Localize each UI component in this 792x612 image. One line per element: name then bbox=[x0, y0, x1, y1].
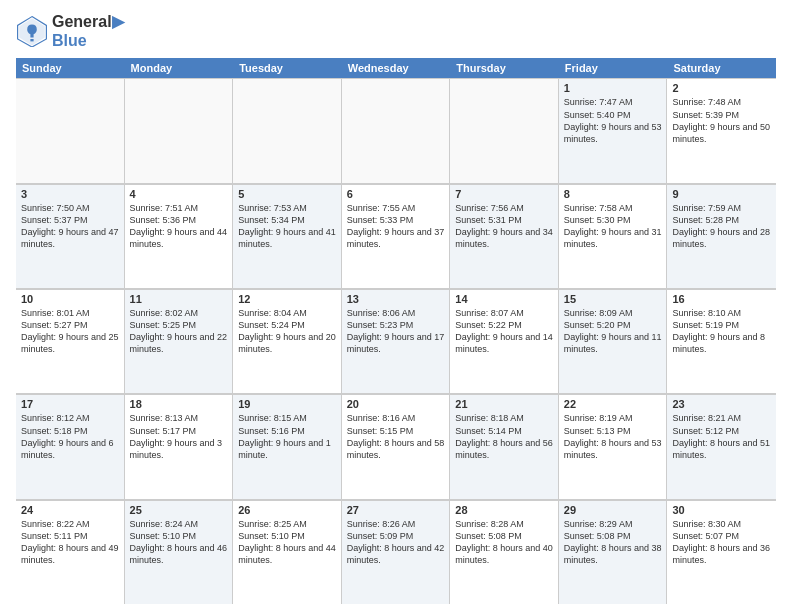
logo-icon bbox=[16, 15, 48, 47]
day-number: 4 bbox=[130, 188, 228, 200]
weekday-header: Saturday bbox=[667, 58, 776, 78]
calendar-cell: 15Sunrise: 8:09 AM Sunset: 5:20 PM Dayli… bbox=[559, 289, 668, 393]
weekday-header: Friday bbox=[559, 58, 668, 78]
calendar-cell: 14Sunrise: 8:07 AM Sunset: 5:22 PM Dayli… bbox=[450, 289, 559, 393]
header: General▶ Blue bbox=[16, 12, 776, 50]
calendar-cell: 24Sunrise: 8:22 AM Sunset: 5:11 PM Dayli… bbox=[16, 500, 125, 604]
day-info: Sunrise: 7:58 AM Sunset: 5:30 PM Dayligh… bbox=[564, 202, 662, 251]
day-number: 9 bbox=[672, 188, 771, 200]
calendar-week: 10Sunrise: 8:01 AM Sunset: 5:27 PM Dayli… bbox=[16, 289, 776, 394]
day-info: Sunrise: 8:22 AM Sunset: 5:11 PM Dayligh… bbox=[21, 518, 119, 567]
day-info: Sunrise: 8:19 AM Sunset: 5:13 PM Dayligh… bbox=[564, 412, 662, 461]
day-info: Sunrise: 7:50 AM Sunset: 5:37 PM Dayligh… bbox=[21, 202, 119, 251]
weekday-header: Monday bbox=[125, 58, 234, 78]
day-number: 3 bbox=[21, 188, 119, 200]
day-info: Sunrise: 7:59 AM Sunset: 5:28 PM Dayligh… bbox=[672, 202, 771, 251]
day-number: 7 bbox=[455, 188, 553, 200]
calendar-cell: 22Sunrise: 8:19 AM Sunset: 5:13 PM Dayli… bbox=[559, 394, 668, 498]
calendar-body: 1Sunrise: 7:47 AM Sunset: 5:40 PM Daylig… bbox=[16, 78, 776, 604]
day-number: 23 bbox=[672, 398, 771, 410]
day-info: Sunrise: 7:47 AM Sunset: 5:40 PM Dayligh… bbox=[564, 96, 662, 145]
day-info: Sunrise: 8:13 AM Sunset: 5:17 PM Dayligh… bbox=[130, 412, 228, 461]
calendar-cell bbox=[233, 78, 342, 182]
day-info: Sunrise: 8:04 AM Sunset: 5:24 PM Dayligh… bbox=[238, 307, 336, 356]
logo: General▶ Blue bbox=[16, 12, 124, 50]
calendar-cell: 2Sunrise: 7:48 AM Sunset: 5:39 PM Daylig… bbox=[667, 78, 776, 182]
calendar-cell: 30Sunrise: 8:30 AM Sunset: 5:07 PM Dayli… bbox=[667, 500, 776, 604]
day-number: 21 bbox=[455, 398, 553, 410]
calendar-header: SundayMondayTuesdayWednesdayThursdayFrid… bbox=[16, 58, 776, 78]
calendar-cell: 1Sunrise: 7:47 AM Sunset: 5:40 PM Daylig… bbox=[559, 78, 668, 182]
day-number: 20 bbox=[347, 398, 445, 410]
calendar-week: 1Sunrise: 7:47 AM Sunset: 5:40 PM Daylig… bbox=[16, 78, 776, 183]
calendar-cell: 26Sunrise: 8:25 AM Sunset: 5:10 PM Dayli… bbox=[233, 500, 342, 604]
day-number: 29 bbox=[564, 504, 662, 516]
calendar-cell: 10Sunrise: 8:01 AM Sunset: 5:27 PM Dayli… bbox=[16, 289, 125, 393]
day-number: 27 bbox=[347, 504, 445, 516]
calendar-cell: 27Sunrise: 8:26 AM Sunset: 5:09 PM Dayli… bbox=[342, 500, 451, 604]
day-number: 12 bbox=[238, 293, 336, 305]
day-info: Sunrise: 8:29 AM Sunset: 5:08 PM Dayligh… bbox=[564, 518, 662, 567]
day-info: Sunrise: 8:24 AM Sunset: 5:10 PM Dayligh… bbox=[130, 518, 228, 567]
day-info: Sunrise: 8:18 AM Sunset: 5:14 PM Dayligh… bbox=[455, 412, 553, 461]
day-info: Sunrise: 8:01 AM Sunset: 5:27 PM Dayligh… bbox=[21, 307, 119, 356]
day-info: Sunrise: 8:21 AM Sunset: 5:12 PM Dayligh… bbox=[672, 412, 771, 461]
day-info: Sunrise: 7:53 AM Sunset: 5:34 PM Dayligh… bbox=[238, 202, 336, 251]
calendar-cell bbox=[450, 78, 559, 182]
calendar-cell bbox=[16, 78, 125, 182]
day-number: 11 bbox=[130, 293, 228, 305]
calendar-cell: 23Sunrise: 8:21 AM Sunset: 5:12 PM Dayli… bbox=[667, 394, 776, 498]
calendar-cell bbox=[342, 78, 451, 182]
calendar-cell: 3Sunrise: 7:50 AM Sunset: 5:37 PM Daylig… bbox=[16, 184, 125, 288]
calendar-cell: 12Sunrise: 8:04 AM Sunset: 5:24 PM Dayli… bbox=[233, 289, 342, 393]
calendar: SundayMondayTuesdayWednesdayThursdayFrid… bbox=[16, 58, 776, 604]
day-info: Sunrise: 8:02 AM Sunset: 5:25 PM Dayligh… bbox=[130, 307, 228, 356]
calendar-cell: 7Sunrise: 7:56 AM Sunset: 5:31 PM Daylig… bbox=[450, 184, 559, 288]
day-number: 19 bbox=[238, 398, 336, 410]
calendar-cell: 17Sunrise: 8:12 AM Sunset: 5:18 PM Dayli… bbox=[16, 394, 125, 498]
calendar-cell: 21Sunrise: 8:18 AM Sunset: 5:14 PM Dayli… bbox=[450, 394, 559, 498]
day-info: Sunrise: 8:10 AM Sunset: 5:19 PM Dayligh… bbox=[672, 307, 771, 356]
weekday-header: Wednesday bbox=[342, 58, 451, 78]
day-info: Sunrise: 8:09 AM Sunset: 5:20 PM Dayligh… bbox=[564, 307, 662, 356]
calendar-cell: 29Sunrise: 8:29 AM Sunset: 5:08 PM Dayli… bbox=[559, 500, 668, 604]
calendar-cell: 13Sunrise: 8:06 AM Sunset: 5:23 PM Dayli… bbox=[342, 289, 451, 393]
day-number: 24 bbox=[21, 504, 119, 516]
calendar-cell: 5Sunrise: 7:53 AM Sunset: 5:34 PM Daylig… bbox=[233, 184, 342, 288]
calendar-cell: 16Sunrise: 8:10 AM Sunset: 5:19 PM Dayli… bbox=[667, 289, 776, 393]
calendar-cell: 4Sunrise: 7:51 AM Sunset: 5:36 PM Daylig… bbox=[125, 184, 234, 288]
day-number: 8 bbox=[564, 188, 662, 200]
calendar-cell: 28Sunrise: 8:28 AM Sunset: 5:08 PM Dayli… bbox=[450, 500, 559, 604]
calendar-cell: 19Sunrise: 8:15 AM Sunset: 5:16 PM Dayli… bbox=[233, 394, 342, 498]
calendar-cell: 6Sunrise: 7:55 AM Sunset: 5:33 PM Daylig… bbox=[342, 184, 451, 288]
day-info: Sunrise: 8:06 AM Sunset: 5:23 PM Dayligh… bbox=[347, 307, 445, 356]
day-number: 1 bbox=[564, 82, 662, 94]
calendar-week: 24Sunrise: 8:22 AM Sunset: 5:11 PM Dayli… bbox=[16, 500, 776, 604]
calendar-cell: 8Sunrise: 7:58 AM Sunset: 5:30 PM Daylig… bbox=[559, 184, 668, 288]
day-number: 18 bbox=[130, 398, 228, 410]
day-number: 30 bbox=[672, 504, 771, 516]
day-info: Sunrise: 8:25 AM Sunset: 5:10 PM Dayligh… bbox=[238, 518, 336, 567]
day-number: 13 bbox=[347, 293, 445, 305]
day-number: 2 bbox=[672, 82, 771, 94]
day-info: Sunrise: 8:15 AM Sunset: 5:16 PM Dayligh… bbox=[238, 412, 336, 461]
day-number: 6 bbox=[347, 188, 445, 200]
day-info: Sunrise: 7:55 AM Sunset: 5:33 PM Dayligh… bbox=[347, 202, 445, 251]
calendar-week: 3Sunrise: 7:50 AM Sunset: 5:37 PM Daylig… bbox=[16, 184, 776, 289]
day-number: 25 bbox=[130, 504, 228, 516]
day-number: 5 bbox=[238, 188, 336, 200]
calendar-cell: 20Sunrise: 8:16 AM Sunset: 5:15 PM Dayli… bbox=[342, 394, 451, 498]
day-info: Sunrise: 8:12 AM Sunset: 5:18 PM Dayligh… bbox=[21, 412, 119, 461]
weekday-header: Tuesday bbox=[233, 58, 342, 78]
day-number: 14 bbox=[455, 293, 553, 305]
page: General▶ Blue SundayMondayTuesdayWednesd… bbox=[0, 0, 792, 612]
day-info: Sunrise: 8:28 AM Sunset: 5:08 PM Dayligh… bbox=[455, 518, 553, 567]
day-number: 10 bbox=[21, 293, 119, 305]
day-info: Sunrise: 7:56 AM Sunset: 5:31 PM Dayligh… bbox=[455, 202, 553, 251]
calendar-cell bbox=[125, 78, 234, 182]
logo-text: General▶ Blue bbox=[52, 12, 124, 50]
calendar-cell: 25Sunrise: 8:24 AM Sunset: 5:10 PM Dayli… bbox=[125, 500, 234, 604]
day-number: 26 bbox=[238, 504, 336, 516]
day-number: 16 bbox=[672, 293, 771, 305]
day-number: 17 bbox=[21, 398, 119, 410]
